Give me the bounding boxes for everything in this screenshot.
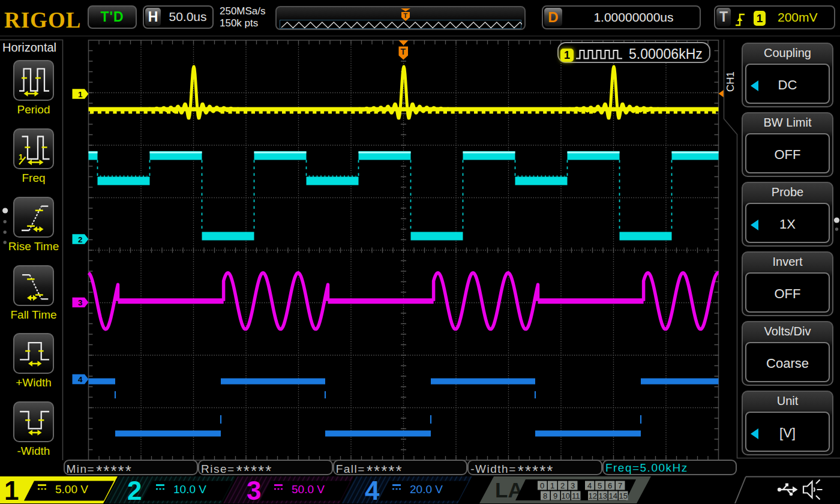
svg-text:7: 7 — [618, 481, 622, 490]
svg-text:1: 1 — [78, 90, 83, 99]
svg-text:15: 15 — [619, 491, 627, 500]
svg-text:9: 9 — [553, 491, 557, 500]
svg-text:1: 1 — [4, 476, 19, 504]
svg-text:4: 4 — [587, 481, 592, 490]
svg-text:4: 4 — [365, 476, 380, 504]
svg-text:10: 10 — [561, 491, 569, 500]
svg-text:6: 6 — [608, 481, 612, 490]
svg-text:3: 3 — [78, 298, 83, 307]
svg-text:14: 14 — [608, 491, 617, 500]
svg-text:5.00 V: 5.00 V — [55, 483, 88, 496]
svg-text:2: 2 — [78, 235, 83, 244]
svg-text:4: 4 — [78, 375, 83, 384]
svg-text:2: 2 — [560, 481, 565, 490]
svg-text:12: 12 — [588, 491, 596, 500]
svg-text:2: 2 — [127, 476, 142, 504]
svg-text:50.0 V: 50.0 V — [292, 483, 325, 496]
svg-text:1: 1 — [550, 481, 554, 490]
svg-text:0: 0 — [540, 481, 544, 490]
svg-text:13: 13 — [598, 491, 607, 500]
svg-text:5: 5 — [598, 481, 602, 490]
svg-text:3: 3 — [247, 476, 261, 504]
svg-text:3: 3 — [571, 481, 575, 490]
svg-text:10.0 V: 10.0 V — [173, 483, 206, 496]
svg-text:8: 8 — [543, 491, 547, 500]
svg-text:20.0 V: 20.0 V — [410, 483, 443, 496]
svg-text:T: T — [401, 47, 406, 56]
svg-text:11: 11 — [572, 491, 580, 500]
svg-text:T: T — [403, 12, 407, 19]
